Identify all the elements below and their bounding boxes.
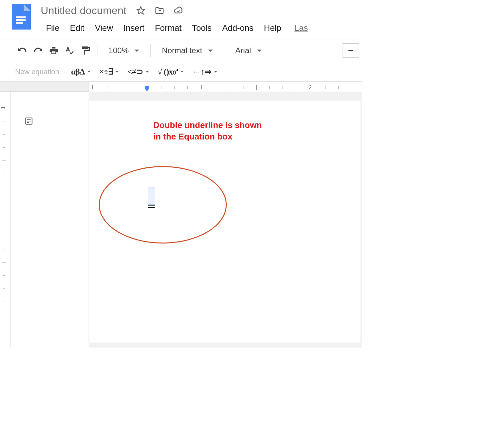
misc-operations-dropdown[interactable]: ×÷∃ — [98, 67, 120, 77]
zoom-dropdown[interactable]: 100% — [102, 46, 146, 55]
chevron-down-icon — [146, 71, 149, 73]
chevron-down-icon — [135, 50, 139, 52]
chevron-down-icon — [87, 71, 91, 73]
left-gutter — [10, 92, 89, 348]
relations-label: <≠⊃ — [127, 67, 143, 77]
chevron-down-icon — [214, 71, 217, 73]
document-area: 1 Double underline is shown in the Equat… — [0, 92, 362, 348]
ruler-number: 2 — [309, 85, 312, 91]
misc-operations-label: ×÷∃ — [99, 67, 113, 77]
cloud-status-icon[interactable] — [174, 6, 183, 15]
annotation-ellipse — [99, 166, 227, 244]
menu-file[interactable]: File — [41, 22, 65, 34]
style-dropdown[interactable]: Normal text — [155, 46, 219, 55]
menu-edit[interactable]: Edit — [65, 22, 90, 34]
document-title[interactable]: Untitled document — [41, 5, 126, 17]
document-outline-button[interactable] — [22, 114, 36, 128]
print-button[interactable] — [47, 43, 61, 58]
relations-dropdown[interactable]: <≠⊃ — [126, 67, 150, 77]
equation-toolbar: New equation αβΔ ×÷∃ <≠⊃ √ ()x₀ª ←↑⇒ — [0, 62, 362, 82]
main-toolbar: 100% Normal text Arial − — [0, 39, 362, 62]
ruler-number: 1 — [91, 85, 94, 91]
vertical-ruler[interactable]: 1 — [0, 92, 10, 348]
greek-letters-dropdown[interactable]: αβΔ — [70, 67, 92, 77]
docs-app-icon[interactable] — [12, 4, 31, 30]
menu-addons[interactable]: Add-ons — [217, 22, 259, 34]
paint-format-button[interactable] — [78, 43, 93, 58]
arrows-dropdown[interactable]: ←↑⇒ — [191, 67, 219, 77]
double-underline-icon — [148, 205, 155, 209]
chevron-down-icon — [116, 71, 119, 73]
document-page[interactable]: Double underline is shown in the Equatio… — [89, 100, 361, 343]
star-icon[interactable] — [136, 6, 145, 15]
math-operations-label: √ ()x₀ª — [158, 67, 178, 77]
horizontal-ruler[interactable]: 1 1 2 — [0, 82, 362, 92]
menu-format[interactable]: Format — [150, 22, 187, 34]
arrows-label: ←↑⇒ — [192, 67, 211, 77]
new-equation-button[interactable]: New equation — [15, 68, 59, 76]
greek-letters-label: αβΔ — [71, 67, 85, 77]
undo-button[interactable] — [15, 43, 30, 58]
menu-help[interactable]: Help — [259, 22, 286, 34]
menu-bar: File Edit View Insert Format Tools Add-o… — [41, 22, 362, 34]
move-folder-icon[interactable] — [155, 6, 164, 15]
style-value: Normal text — [162, 46, 202, 55]
zoom-value: 100% — [109, 46, 129, 55]
ruler-number: 1 — [200, 85, 203, 91]
font-size-decrease-button[interactable]: − — [343, 43, 359, 58]
menu-last-edit[interactable]: Las — [286, 22, 313, 34]
font-value: Arial — [235, 46, 251, 55]
indent-marker[interactable] — [144, 88, 150, 91]
svg-marker-0 — [137, 7, 145, 14]
spellcheck-button[interactable] — [62, 43, 77, 58]
menu-insert[interactable]: Insert — [118, 22, 150, 34]
font-dropdown[interactable]: Arial — [229, 46, 291, 55]
annotation-text: Double underline is shown in the Equatio… — [153, 119, 265, 142]
app-header: Untitled document File Edit View Insert … — [0, 0, 362, 34]
menu-view[interactable]: View — [90, 22, 118, 34]
chevron-down-icon — [208, 50, 213, 52]
equation-box[interactable] — [148, 187, 155, 205]
redo-button[interactable] — [31, 43, 45, 58]
ruler-number: 1 — [0, 106, 6, 109]
chevron-down-icon — [180, 71, 184, 73]
menu-tools[interactable]: Tools — [187, 22, 217, 34]
math-operations-dropdown[interactable]: √ ()x₀ª — [156, 67, 185, 77]
chevron-down-icon — [257, 50, 262, 52]
